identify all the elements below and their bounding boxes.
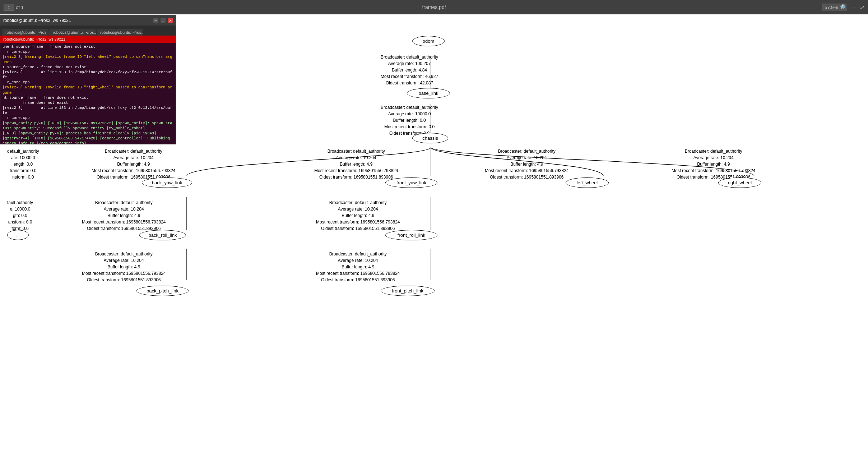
- node-base-link: base_link: [407, 88, 450, 98]
- terminal-window-buttons: ─ □ ✕: [153, 18, 173, 23]
- terminal-line: [rviz2-3] Warning: Invalid frame ID "rig…: [3, 85, 173, 95]
- back-yaw-back-roll-info: Broadcaster: default_authority Average r…: [82, 199, 166, 232]
- chassis-front-yaw-info: Broadcaster: default_authority Average r…: [314, 148, 398, 180]
- terminal-line: r_core.cpp: [3, 115, 173, 120]
- terminal-line: [gzserver-4] [INFO] [1695801508.54717442…: [3, 136, 173, 144]
- terminal-minimize-button[interactable]: ─: [153, 18, 158, 23]
- node-right-wheel: right_wheel: [718, 177, 761, 188]
- terminal-active-tab-bar: robotics@ubuntu: ~/ros2_ws 79x21: [0, 36, 176, 43]
- terminal-line: frame does not exist: [3, 100, 173, 105]
- terminal-content: ument source_frame - frame does not exis…: [0, 43, 176, 144]
- terminal-line: [rviz2-3] Warning: Invalid frame ID "lef…: [3, 54, 173, 64]
- node-chassis: chassis: [412, 133, 448, 143]
- back-roll-back-pitch-info: Broadcaster: default_authority Average r…: [82, 251, 166, 283]
- terminal-line: r_core.cpp: [3, 49, 173, 54]
- terminal-maximize-button[interactable]: □: [161, 18, 166, 23]
- terminal-tab-3[interactable]: robotics@ubuntu: ~/ros... ✕: [97, 29, 143, 36]
- node-back-roll-partial: ...: [7, 230, 29, 240]
- front-yaw-front-roll-info: Broadcaster: default_authority Average r…: [316, 199, 400, 232]
- node-back-yaw-link: back_yaw_link: [142, 177, 192, 188]
- zoom-value: 57.9%: [825, 5, 838, 10]
- odom-info: Broadcaster: default_authority Average r…: [381, 54, 438, 86]
- search-icon[interactable]: 🔍: [841, 4, 848, 11]
- terminal-line: r_core.cpp: [3, 80, 173, 85]
- terminal-titlebar: robotics@ubuntu: ~/ros2_ws 79x21 ─ □ ✕: [0, 15, 176, 26]
- terminal-tab-1[interactable]: robotics@ubuntu: ~/ros... ✕: [2, 29, 48, 36]
- chassis-far-left-info: default_authority ate: 10000.0 ength: 0.…: [7, 148, 39, 180]
- node-left-wheel: left_wheel: [566, 177, 609, 188]
- node-back-pitch-link: back_pitch_link: [136, 286, 189, 296]
- terminal-line: [rviz2-3] at line 133 in /tmp/binarydeb/…: [3, 70, 173, 80]
- menu-icon[interactable]: ≡: [852, 4, 855, 11]
- base-link-info: Broadcaster: default_authority Average r…: [381, 104, 438, 137]
- pdf-topbar: of 1 frames.pdf 57.9% ▼ 🔍 ≡ ⤢: [0, 0, 868, 14]
- terminal-active-title: robotics@ubuntu: ~/ros2_ws 79x21: [3, 37, 65, 41]
- chassis-back-yaw-info: Broadcaster: default_authority Average r…: [92, 148, 175, 180]
- chassis-right-wheel-info: Broadcaster: default_authority Average r…: [672, 148, 755, 180]
- terminal-line: [spawn_entity.py-6] [INFO] [1695801587.8…: [3, 121, 173, 131]
- chassis-left-wheel-info: Broadcaster: default_authority Average r…: [485, 148, 568, 180]
- terminal-tab-2[interactable]: robotics@ubuntu: ~/ros... ✕: [49, 29, 96, 36]
- node-front-yaw-link: front_yaw_link: [385, 177, 437, 188]
- node-front-pitch-link: front_pitch_link: [381, 286, 435, 296]
- fullscreen-icon[interactable]: ⤢: [860, 4, 864, 11]
- terminal-title: robotics@ubuntu: ~/ros2_ws 79x21: [3, 18, 71, 23]
- terminal-window: robotics@ubuntu: ~/ros2_ws 79x21 ─ □ ✕ r…: [0, 15, 176, 144]
- terminal-close-button[interactable]: ✕: [168, 18, 173, 23]
- page-number-input[interactable]: [4, 4, 14, 11]
- page-navigation: of 1: [4, 4, 24, 11]
- terminal-line: [rviz2-3] at line 133 in /tmp/binarydeb/…: [3, 105, 173, 115]
- terminal-line: nt source_frame - frame does not exist: [3, 95, 173, 100]
- pdf-title: frames.pdf: [422, 4, 446, 10]
- node-odom: odom: [412, 36, 445, 46]
- back-yaw-far-left-info: fault authority e: 10000.0 gth: 0.0 ansf…: [7, 199, 33, 232]
- terminal-tabs: robotics@ubuntu: ~/ros... ✕ robotics@ubu…: [0, 26, 176, 36]
- topbar-icons: 🔍 ≡ ⤢: [841, 4, 864, 11]
- terminal-line: ument source_frame - frame does not exis…: [3, 44, 173, 49]
- page-of-label: of 1: [16, 5, 24, 10]
- front-roll-front-pitch-info: Broadcaster: default_authority Average r…: [316, 251, 400, 283]
- terminal-line: [INFO] [spawn_entity.py-6]: process has …: [3, 131, 173, 136]
- terminal-line: t source_frame - frame does not exist: [3, 65, 173, 70]
- node-front-roll-link: front_roll_link: [385, 230, 437, 240]
- node-back-roll-link: back_roll_link: [139, 230, 186, 240]
